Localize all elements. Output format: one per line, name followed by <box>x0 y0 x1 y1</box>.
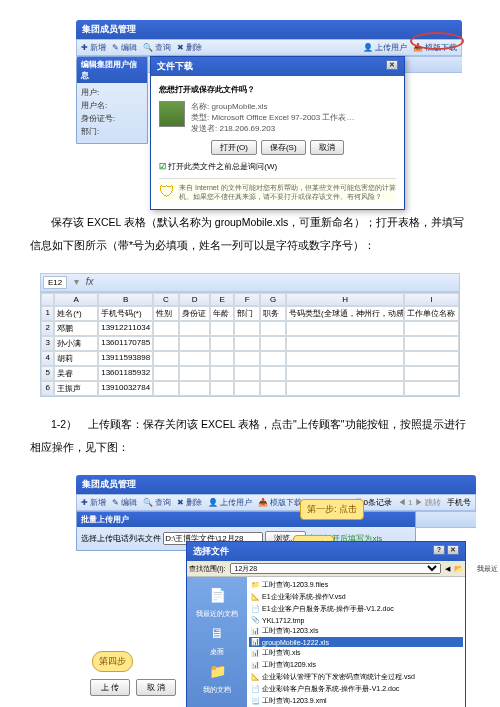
cell[interactable]: 胡莉 <box>54 351 98 366</box>
file-item[interactable]: 📐企业彩铃认管理下的下发密码查询统计全过程.vsd <box>249 671 463 683</box>
cell[interactable]: 年龄 <box>210 306 234 321</box>
cell[interactable]: 13912211034 <box>98 321 153 336</box>
cell[interactable] <box>286 336 404 351</box>
row-header[interactable]: 2 <box>41 321 54 336</box>
cell[interactable]: 王振声 <box>54 381 98 396</box>
desktop-icon[interactable]: 🖥 <box>189 625 245 641</box>
checkbox-icon[interactable]: ☑ <box>159 162 166 171</box>
col-header[interactable]: I <box>404 293 459 306</box>
cell[interactable] <box>153 381 179 396</box>
find-button[interactable]: 🔍 查询 <box>143 497 171 508</box>
up-icon[interactable]: 📂 <box>454 565 463 573</box>
file-item[interactable]: 📄E1企业客户自服务系统-操作手册-V1.2.doc <box>249 603 463 615</box>
cell[interactable] <box>179 336 210 351</box>
cell[interactable] <box>210 336 234 351</box>
new-button[interactable]: ✚ 新增 <box>81 497 106 508</box>
back-icon[interactable]: ◀ <box>445 565 450 573</box>
edit-button[interactable]: ✎ 编辑 <box>112 42 137 53</box>
cell[interactable] <box>260 321 286 336</box>
mydocs-icon[interactable]: 📁 <box>189 663 245 679</box>
col-header[interactable]: H <box>286 293 404 306</box>
close-icon[interactable]: ✕ <box>386 60 398 70</box>
col-header[interactable]: A <box>54 293 98 306</box>
cell[interactable] <box>234 381 260 396</box>
cell[interactable] <box>404 321 459 336</box>
cell[interactable] <box>179 351 210 366</box>
cell[interactable] <box>260 336 286 351</box>
row-header[interactable]: 6 <box>41 381 54 396</box>
cell[interactable] <box>234 366 260 381</box>
cell[interactable]: 部门 <box>234 306 260 321</box>
col-header[interactable]: F <box>234 293 260 306</box>
cell[interactable]: 身份证 <box>179 306 210 321</box>
cell[interactable] <box>404 351 459 366</box>
cell[interactable] <box>260 366 286 381</box>
cell[interactable] <box>286 381 404 396</box>
cell[interactable] <box>286 366 404 381</box>
open-button[interactable]: 打开(O) <box>211 140 257 155</box>
help-icon[interactable]: ? <box>433 545 445 555</box>
col-header[interactable]: E <box>210 293 234 306</box>
cell[interactable]: 13911593898 <box>98 351 153 366</box>
upload-button[interactable]: 👤 上传用户 <box>208 497 252 508</box>
cell[interactable] <box>234 336 260 351</box>
file-item[interactable]: 📎YKL1712.tmp <box>249 615 463 625</box>
cell[interactable] <box>179 366 210 381</box>
file-item[interactable]: 📊工时查询-1203.xls <box>249 625 463 637</box>
upload-button[interactable]: 👤 上传用户 <box>363 42 407 53</box>
cell[interactable] <box>210 366 234 381</box>
cell[interactable] <box>286 321 404 336</box>
cell[interactable] <box>404 366 459 381</box>
row-header[interactable]: 3 <box>41 336 54 351</box>
cell[interactable] <box>153 351 179 366</box>
row-header[interactable]: 1 <box>41 306 54 321</box>
file-item[interactable]: 📄企业彩铃客户自服务系统-操作手册-V1.2.doc <box>249 683 463 695</box>
cell[interactable] <box>210 381 234 396</box>
cell[interactable] <box>179 321 210 336</box>
file-item[interactable]: 📊工时查询.xls <box>249 647 463 659</box>
col-header[interactable]: B <box>98 293 153 306</box>
row-header[interactable]: 4 <box>41 351 54 366</box>
upload-submit-button[interactable]: 上 传 <box>90 679 130 696</box>
col-header[interactable] <box>41 293 54 306</box>
recent-icon[interactable]: 📄 <box>189 587 245 603</box>
download-button[interactable]: 📥 模版下载 <box>258 497 302 508</box>
file-item[interactable]: 📊工时查询1209.xls <box>249 659 463 671</box>
cell[interactable] <box>404 336 459 351</box>
cell[interactable] <box>210 321 234 336</box>
col-header[interactable]: C <box>153 293 179 306</box>
cell[interactable] <box>153 336 179 351</box>
row-header[interactable]: 5 <box>41 366 54 381</box>
name-box[interactable]: E12 <box>43 276 67 289</box>
cell[interactable] <box>179 381 210 396</box>
cell[interactable] <box>286 351 404 366</box>
find-button[interactable]: 🔍 查询 <box>143 42 171 53</box>
file-item[interactable]: 📁工时查询-1203.9.files <box>249 579 463 591</box>
cancel-button[interactable]: 取消 <box>310 140 344 155</box>
new-button[interactable]: ✚ 新增 <box>81 42 106 53</box>
cell[interactable] <box>234 351 260 366</box>
file-item[interactable]: 📃工时查询-1203.9.xml <box>249 695 463 707</box>
file-item[interactable]: 📐E1企业彩铃系统-操作V.vsd <box>249 591 463 603</box>
delete-button[interactable]: ✖ 删除 <box>177 42 202 53</box>
cell[interactable] <box>153 321 179 336</box>
cell[interactable]: 13601185932 <box>98 366 153 381</box>
cell[interactable] <box>260 381 286 396</box>
cell[interactable] <box>260 351 286 366</box>
edit-button[interactable]: ✎ 编辑 <box>112 497 137 508</box>
lookin-select[interactable]: 12月28 <box>230 563 441 574</box>
cell[interactable]: 邓鹏 <box>54 321 98 336</box>
cell[interactable]: 吴睿 <box>54 366 98 381</box>
cell[interactable] <box>234 321 260 336</box>
cell[interactable]: 手机号码(*) <box>98 306 153 321</box>
save-button[interactable]: 保存(S) <box>261 140 306 155</box>
cell[interactable] <box>153 366 179 381</box>
delete-button[interactable]: ✖ 删除 <box>177 497 202 508</box>
cell[interactable] <box>210 351 234 366</box>
cell[interactable]: 13601170785 <box>98 336 153 351</box>
cell[interactable]: 孙小满 <box>54 336 98 351</box>
file-item[interactable]: 📊groupMobile-1222.xls <box>249 637 463 647</box>
cell[interactable]: 号码类型(全球通，神州行，动感地带) <box>286 306 404 321</box>
cell[interactable]: 职务 <box>260 306 286 321</box>
cell[interactable]: 性别 <box>153 306 179 321</box>
